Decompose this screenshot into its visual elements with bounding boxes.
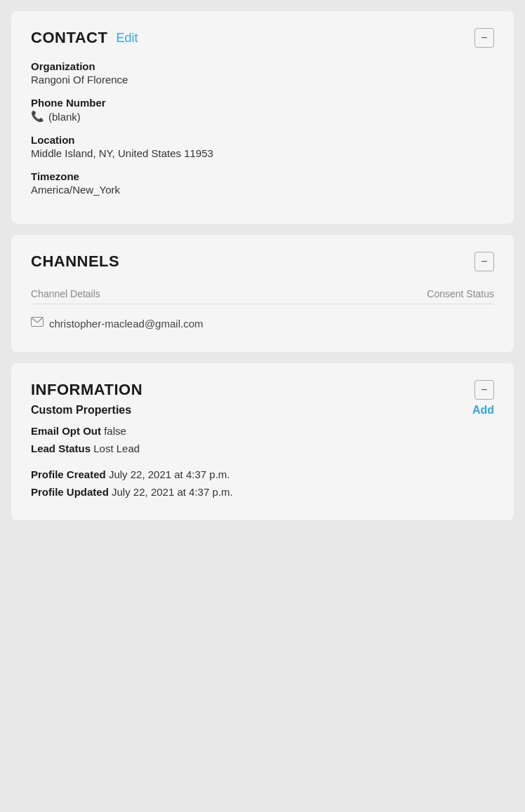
contact-title: CONTACT bbox=[31, 29, 107, 47]
phone-value-text: (blank) bbox=[48, 111, 81, 123]
profile-updated-field: Profile Updated July 22, 2021 at 4:37 p.… bbox=[31, 486, 494, 498]
location-label: Location bbox=[31, 134, 494, 146]
channel-email-row: christopher-maclead@gmail.com bbox=[31, 311, 494, 335]
email-opt-out-label: Email Opt Out bbox=[31, 425, 101, 437]
add-custom-property-link[interactable]: Add bbox=[472, 404, 494, 417]
phone-icon: 📞 bbox=[31, 110, 44, 123]
consent-status-col: Consent Status bbox=[427, 288, 494, 299]
email-opt-out-value: false bbox=[104, 425, 126, 437]
custom-properties-row: Custom Properties Add bbox=[31, 404, 494, 417]
timezone-field: Timezone America/New_York bbox=[31, 170, 494, 196]
lead-status-field: Lead Status Lost Lead bbox=[31, 442, 494, 454]
channels-header: CHANNELS − bbox=[31, 252, 494, 271]
phone-label: Phone Number bbox=[31, 97, 494, 109]
contact-header: CONTACT Edit − bbox=[31, 28, 494, 48]
profile-created-field: Profile Created July 22, 2021 at 4:37 p.… bbox=[31, 468, 494, 480]
channel-details-col: Channel Details bbox=[31, 288, 100, 299]
information-card: INFORMATION − Custom Properties Add Emai… bbox=[11, 363, 514, 520]
timezone-label: Timezone bbox=[31, 170, 494, 182]
lead-status-value: Lost Lead bbox=[93, 442, 140, 454]
minus-icon: − bbox=[481, 32, 487, 44]
contact-card: CONTACT Edit − Organization Rangoni Of F… bbox=[11, 11, 514, 224]
timezone-value: America/New_York bbox=[31, 184, 494, 196]
information-collapse-button[interactable]: − bbox=[474, 380, 494, 400]
lead-status-label: Lead Status bbox=[31, 442, 91, 454]
profile-created-label: Profile Created bbox=[31, 468, 106, 480]
profile-updated-value: July 22, 2021 at 4:37 p.m. bbox=[112, 486, 233, 498]
organization-value: Rangoni Of Florence bbox=[31, 74, 494, 86]
contact-header-left: CONTACT Edit bbox=[31, 29, 138, 47]
email-opt-out-field: Email Opt Out false bbox=[31, 425, 494, 437]
information-title: INFORMATION bbox=[31, 381, 142, 399]
location-field: Location Middle Island, NY, United State… bbox=[31, 134, 494, 159]
custom-properties-label: Custom Properties bbox=[31, 404, 131, 417]
phone-field: Phone Number 📞 (blank) bbox=[31, 97, 494, 123]
profile-updated-label: Profile Updated bbox=[31, 486, 109, 498]
phone-value: 📞 (blank) bbox=[31, 110, 494, 123]
info-divider bbox=[31, 460, 494, 468]
contact-edit-link[interactable]: Edit bbox=[116, 31, 138, 46]
minus-icon: − bbox=[481, 255, 487, 268]
email-icon bbox=[31, 317, 44, 330]
organization-label: Organization bbox=[31, 60, 494, 72]
organization-field: Organization Rangoni Of Florence bbox=[31, 60, 494, 86]
channels-collapse-button[interactable]: − bbox=[474, 252, 494, 271]
minus-icon: − bbox=[481, 384, 487, 396]
contact-collapse-button[interactable]: − bbox=[474, 28, 494, 48]
profile-created-value: July 22, 2021 at 4:37 p.m. bbox=[109, 468, 230, 480]
location-value: Middle Island, NY, United States 11953 bbox=[31, 147, 494, 159]
channels-title: CHANNELS bbox=[31, 252, 119, 271]
channel-email-value: christopher-maclead@gmail.com bbox=[49, 318, 203, 330]
channels-table-header: Channel Details Consent Status bbox=[31, 284, 494, 304]
channels-card: CHANNELS − Channel Details Consent Statu… bbox=[11, 235, 514, 352]
information-header: INFORMATION − bbox=[31, 380, 494, 400]
channels-header-left: CHANNELS bbox=[31, 252, 119, 271]
